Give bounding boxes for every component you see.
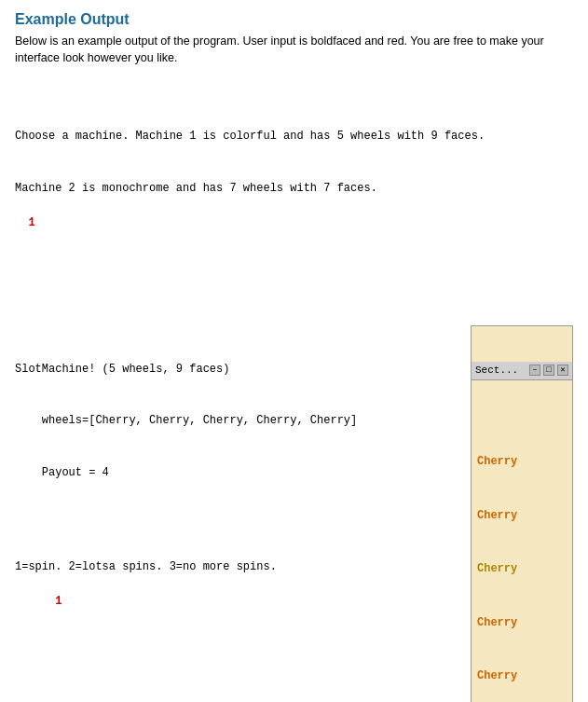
- intro-paragraph: Below is an example output of the progra…: [15, 34, 573, 66]
- fruit-1-2: Cherry: [477, 507, 567, 525]
- fruit-1-4: Cherry: [477, 614, 567, 632]
- fruit-1-5: Cherry: [477, 668, 567, 685]
- slot1-wheels: wheels=[Cherry, Cherry, Cherry, Cherry, …: [15, 412, 461, 430]
- code-output: Choose a machine. Machine 1 is colorful …: [15, 76, 573, 702]
- slot1-block: SlotMachine! (5 wheels, 9 faces) wheels=…: [15, 325, 461, 627]
- user-input-1: 1: [28, 216, 34, 229]
- close-btn-1[interactable]: ✕: [557, 365, 568, 376]
- choose-line: Choose a machine. Machine 1 is colorful …: [15, 128, 573, 145]
- page-title: Example Output: [15, 11, 573, 28]
- slot-content-1: Cherry Cherry Cherry Cherry Cherry: [472, 415, 572, 702]
- machine2-line: Machine 2 is monochrome and has 7 wheels…: [15, 180, 573, 198]
- spin-prompt-1: 1=spin. 2=lotsa spins. 3=no more spins.: [15, 558, 461, 576]
- slot1-payout: Payout = 4: [15, 464, 461, 482]
- fruit-1-1: Cherry: [477, 453, 567, 471]
- minimize-btn-1[interactable]: –: [529, 365, 540, 376]
- slot-title-1: Sect...: [475, 363, 518, 379]
- slot-titlebar-1: Sect... – □ ✕: [472, 362, 572, 380]
- slot1-header: SlotMachine! (5 wheels, 9 faces): [15, 361, 461, 379]
- user-input-2: 1: [55, 595, 62, 608]
- fruit-1-3: Cherry: [477, 560, 567, 578]
- restore-btn-1[interactable]: □: [543, 365, 554, 376]
- slot-window-1: Sect... – □ ✕ Cherry Cherry Cherry Cherr…: [471, 325, 573, 702]
